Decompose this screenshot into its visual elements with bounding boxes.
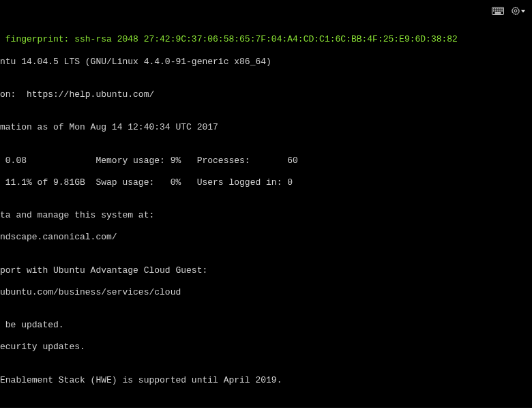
gear-icon[interactable]: [512, 4, 525, 18]
landscape-line-1: ta and manage this system at:: [0, 210, 532, 221]
svg-point-6: [493, 10, 494, 11]
advantage-line-2: ubuntu.com/business/services/cloud: [0, 287, 532, 298]
system-stats-line-2: 11.1% of 9.81GB Swap usage: 0% Users log…: [0, 177, 532, 188]
hwe-line: Enablement Stack (HWE) is supported unti…: [0, 375, 532, 386]
svg-rect-11: [495, 13, 501, 14]
system-info-date-line: mation as of Mon Aug 14 12:40:34 UTC 201…: [0, 122, 532, 133]
updates-line-1: be updated.: [0, 320, 532, 331]
svg-point-1: [493, 8, 494, 9]
advantage-line-1: port with Ubuntu Advantage Cloud Guest:: [0, 265, 532, 276]
svg-point-5: [501, 8, 502, 9]
help-url-line: on: https://help.ubuntu.com/: [0, 89, 532, 100]
updates-line-2: ecurity updates.: [0, 342, 532, 353]
svg-point-10: [501, 10, 502, 11]
system-stats-line-1: 0.08 Memory usage: 9% Processes: 60: [0, 155, 532, 166]
svg-point-8: [497, 10, 498, 11]
ssh-fingerprint-line: fingerprint: ssh-rsa 2048 27:42:9C:37:06…: [0, 34, 532, 45]
terminal-window[interactable]: fingerprint: ssh-rsa 2048 27:42:9C:37:06…: [0, 0, 532, 408]
svg-point-3: [497, 8, 498, 9]
bottom-border: [0, 408, 532, 416]
landscape-line-2: ndscape.canonical.com/: [0, 232, 532, 243]
svg-point-4: [499, 8, 500, 9]
svg-point-7: [495, 10, 496, 11]
svg-point-2: [495, 8, 496, 9]
os-version-line: ntu 14.04.5 LTS (GNU/Linux 4.4.0-91-gene…: [0, 57, 532, 68]
keyboard-icon[interactable]: [491, 4, 505, 18]
svg-point-9: [499, 10, 500, 11]
terminal-toolbar: [491, 4, 525, 18]
